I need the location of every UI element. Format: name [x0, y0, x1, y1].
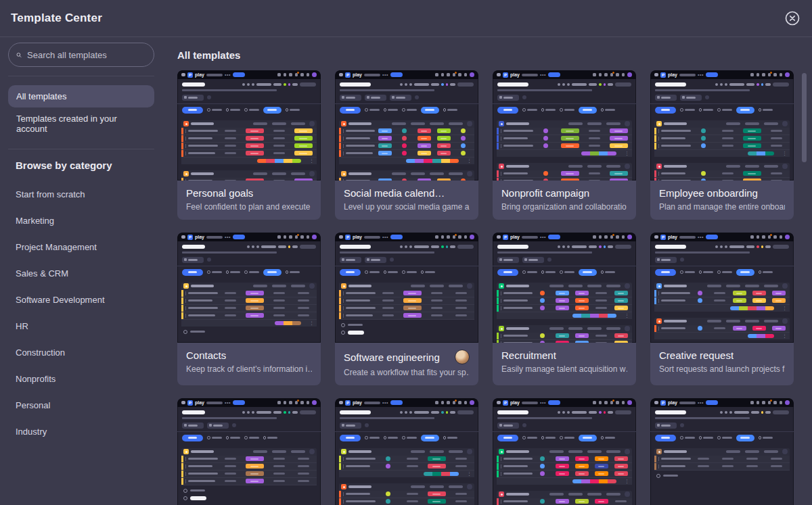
board-row [181, 456, 317, 463]
board-title-pill [340, 82, 371, 87]
topbar-icons [435, 235, 474, 239]
sidebar-item-construction[interactable]: Construction [8, 345, 154, 360]
group-summary-row: ⋮ [181, 320, 317, 327]
topbar-icons [750, 400, 790, 405]
vertical-scrollbar[interactable] [802, 73, 807, 162]
white-pill [348, 331, 364, 335]
sidebar-item-templates-created-in-your-account[interactable]: Templates created in your account [8, 107, 154, 140]
card-title: Employee onboarding [659, 187, 758, 199]
search-input[interactable] [27, 50, 146, 60]
board-row [654, 463, 790, 471]
search-box[interactable] [8, 43, 154, 67]
column-header-bar [587, 122, 602, 125]
sidebar-item-all-templates[interactable]: All templates [8, 85, 154, 107]
status-pill [378, 151, 392, 155]
template-card-nonprofit-campaign[interactable]: Pplay•••⋮⋮Nonprofit campaignBring organi… [493, 70, 636, 220]
home-icon [593, 401, 596, 404]
avatar-dot [543, 136, 548, 141]
person-glyph [402, 436, 417, 439]
more-dots-icon: ••• [225, 74, 231, 76]
group-color-chip [183, 449, 189, 454]
status-pill [246, 456, 264, 461]
column-header-bar [707, 285, 721, 287]
status-pill [294, 128, 313, 133]
sidebar-item-nonprofits[interactable]: Nonprofits [8, 372, 154, 386]
sidebar-item-sales-crm[interactable]: Sales & CRM [8, 266, 154, 281]
thumb-topbar: Pplay••• [650, 398, 794, 407]
view-tab-pill [390, 95, 411, 101]
sidebar-item-industry[interactable]: Industry [8, 425, 154, 439]
board-row [181, 150, 317, 158]
header-circle-icon [567, 83, 570, 86]
status-pill [575, 471, 589, 476]
view-tab-pill [365, 95, 386, 101]
sidebar-item-personal[interactable]: Personal [8, 398, 154, 412]
sort-glyph [759, 270, 773, 274]
view-tab-pill [182, 257, 204, 263]
sidebar-item-start-from-scratch[interactable]: Start from scratch [8, 187, 154, 201]
template-card[interactable]: Pplay••• [177, 398, 321, 505]
thumb-toolbar [177, 432, 321, 445]
template-card-software-engineering[interactable]: Pplay•••Software engineeringCreate a wor… [335, 233, 478, 385]
app-name-label: play [195, 400, 204, 405]
column-header-bar [568, 285, 583, 287]
template-card[interactable]: Pplay•••⋮ [493, 398, 636, 505]
template-card-contacts[interactable]: Pplay•••⋮ContactsKeep track of client’s … [177, 233, 321, 385]
sidebar-item-software-development[interactable]: Software Development [8, 293, 154, 307]
thumb-view-tabs [493, 254, 636, 266]
home-icon [277, 235, 281, 239]
status-pill [246, 128, 264, 133]
status-pill [614, 471, 628, 476]
invite-pill [773, 410, 789, 414]
view-tab-pill [497, 423, 519, 429]
template-card[interactable]: Pplay•••⋮⋮ [335, 398, 478, 505]
card-title: Software engineering [344, 352, 440, 363]
status-pill [614, 291, 628, 295]
topbar-cta-pill [548, 72, 560, 77]
status-pill [246, 464, 264, 468]
header-circle-icon [242, 411, 245, 414]
add-view-icon [390, 258, 394, 262]
status-pill [403, 313, 422, 318]
template-card-employee-onboarding[interactable]: Pplay•••⋮Employee onboardingPlan and man… [650, 70, 794, 220]
status-pill [575, 464, 589, 468]
card-caption: ContactsKeep track of client’s informati… [177, 343, 321, 382]
avatar-dot [543, 143, 548, 148]
topbar-icons [750, 235, 790, 239]
column-header-bar [449, 285, 463, 287]
view-tab-pill [340, 257, 361, 263]
template-card-personal-goals[interactable]: Pplay•••⋮Personal goalsFeel confident to… [177, 70, 321, 220]
template-card-creative-request[interactable]: Pplay•••⋮⋮⋮Creative requestSort requests… [650, 233, 794, 385]
board-row [339, 305, 474, 312]
status-pill [614, 341, 628, 343]
filter-glyph [541, 436, 556, 439]
search-glyph [207, 436, 222, 439]
home-icon [750, 401, 754, 404]
sidebar-item-hr[interactable]: HR [8, 319, 154, 333]
board-row [497, 290, 632, 297]
more-dots-icon: ••• [698, 74, 704, 76]
settings-gear-icon [782, 164, 788, 169]
board-row [339, 143, 474, 150]
template-card[interactable]: Pplay••• [650, 398, 794, 505]
board-row [339, 150, 474, 158]
board-title-pill [655, 410, 686, 414]
thumb-table: ⋮ [493, 445, 636, 505]
thumb-board-header [177, 79, 321, 87]
template-card-social-media-calend[interactable]: Pplay•••⋮⋮Social media calend…Level up y… [335, 70, 478, 220]
sidebar-item-marketing[interactable]: Marketing [8, 214, 154, 228]
topbar-icons [593, 235, 632, 239]
template-card-recruitment[interactable]: Pplay•••⋮⋮RecruitmentEasily manage talen… [493, 233, 636, 385]
filter-glyph [699, 270, 714, 274]
view-tab-pill [655, 95, 677, 101]
status-pill [595, 471, 608, 476]
highlight-pill [736, 435, 754, 441]
group-color-chip [656, 121, 662, 126]
thumb-board-header [177, 407, 321, 414]
avatar-dot [461, 128, 466, 133]
header-circle-icon [562, 83, 565, 86]
close-button[interactable] [784, 9, 801, 27]
sidebar-item-project-management[interactable]: Project Management [8, 240, 154, 254]
board-row [654, 128, 790, 135]
group-header-row [497, 120, 632, 128]
